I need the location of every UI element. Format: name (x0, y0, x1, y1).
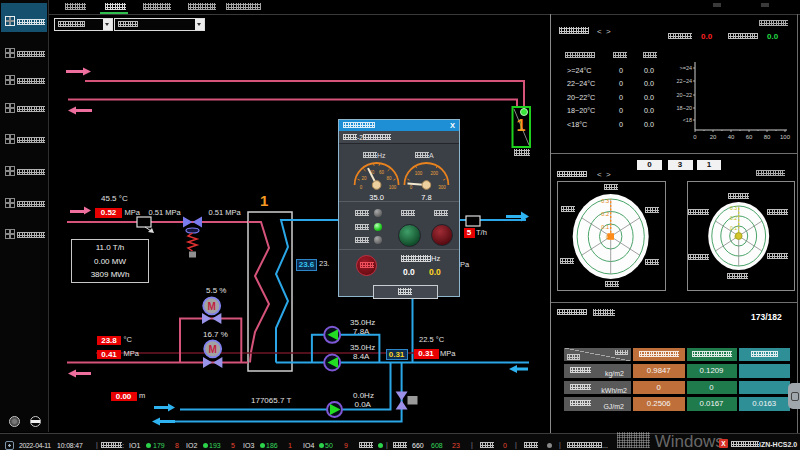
svg-text:0.1: 0.1 (601, 224, 609, 230)
svg-text:60: 60 (746, 134, 753, 140)
svg-text:<18: <18 (683, 117, 692, 123)
svg-text:0.3: 0.3 (730, 205, 737, 211)
svg-text:60: 60 (379, 170, 385, 175)
svg-text:0: 0 (734, 234, 737, 240)
svg-text:100: 100 (415, 171, 423, 176)
svg-text:M: M (209, 344, 217, 355)
svg-text:18~20: 18~20 (677, 105, 692, 111)
svg-text:>=24: >=24 (679, 65, 692, 71)
svg-text:0.1: 0.1 (730, 225, 737, 231)
svg-text:22~24: 22~24 (677, 78, 692, 84)
svg-text:80: 80 (387, 176, 393, 181)
svg-text:0.2: 0.2 (601, 211, 609, 217)
svg-text:0.3: 0.3 (601, 198, 609, 204)
svg-text:20: 20 (361, 176, 367, 181)
svg-text:M: M (208, 301, 216, 312)
svg-text:0: 0 (693, 134, 697, 140)
svg-text:100: 100 (780, 134, 791, 140)
svg-text:40: 40 (728, 134, 735, 140)
svg-text:100: 100 (389, 185, 397, 190)
svg-text:0: 0 (410, 185, 413, 190)
svg-text:300: 300 (438, 185, 446, 190)
svg-text:200: 200 (430, 171, 438, 176)
svg-text:0: 0 (606, 234, 609, 240)
svg-text:0: 0 (360, 185, 363, 190)
svg-text:0.2: 0.2 (730, 215, 737, 221)
svg-text:20~22: 20~22 (677, 92, 692, 98)
svg-text:80: 80 (764, 134, 771, 140)
svg-text:20: 20 (710, 134, 717, 140)
